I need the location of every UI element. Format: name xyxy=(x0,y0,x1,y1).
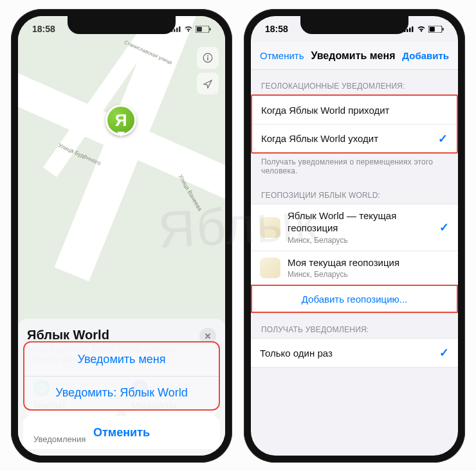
map-info-button[interactable] xyxy=(197,47,219,69)
settings-content[interactable]: ГЕОЛОКАЦИОННЫЕ УВЕДОМЛЕНИЯ: Когда Яблык … xyxy=(251,70,458,456)
cancel-button[interactable]: Отменить xyxy=(23,416,220,449)
svg-rect-14 xyxy=(407,29,408,32)
close-icon xyxy=(205,333,211,339)
map-locate-button[interactable] xyxy=(197,73,219,94)
row-label: Когда Яблык World приходит xyxy=(261,105,389,116)
sheet-title: Яблык World xyxy=(27,328,216,342)
frequency-list: Только один раз ✓ xyxy=(251,338,458,368)
svg-rect-6 xyxy=(210,28,211,30)
action-sheet: Уведомить меня Уведомить: Яблык World Ув… xyxy=(23,341,220,449)
row-location-other[interactable]: Яблык World — текущая геопозиция Минск, … xyxy=(251,204,458,251)
wifi-icon xyxy=(184,26,193,32)
notch xyxy=(300,16,408,34)
section-header: ГЕОПОЗИЦИИ ЯБЛЫК WORLD: xyxy=(251,179,458,204)
checkmark-icon: ✓ xyxy=(439,220,449,235)
svg-rect-16 xyxy=(412,26,414,32)
checkmark-icon: ✓ xyxy=(439,346,449,360)
svg-rect-1 xyxy=(174,29,176,32)
wifi-icon xyxy=(417,26,426,32)
battery-icon xyxy=(428,26,444,33)
section-header: ПОЛУЧАТЬ УВЕДОМЛЕНИЯ: xyxy=(251,314,458,338)
svg-rect-2 xyxy=(176,28,178,32)
svg-rect-18 xyxy=(430,26,435,31)
battery-icon xyxy=(196,26,211,33)
status-time: 18:58 xyxy=(265,24,288,34)
location-arrow-icon xyxy=(203,78,213,89)
section-footer: Получать уведомления о перемещениях этог… xyxy=(251,154,458,179)
when-list: Когда Яблык World приходит Когда Яблык W… xyxy=(251,94,458,154)
add-location-button[interactable]: Добавить геопозицию... xyxy=(251,285,458,313)
row-location-mine[interactable]: Моя текущая геопозиция Минск, Беларусь xyxy=(251,251,458,285)
row-when-leaves[interactable]: Когда Яблык World уходит ✓ xyxy=(252,124,457,152)
svg-rect-3 xyxy=(179,26,181,32)
status-time: 18:58 xyxy=(32,24,55,34)
nav-bar: Отменить Уведомить меня Добавить xyxy=(251,42,458,70)
row-label: Яблык World — текущая геопозиция xyxy=(288,210,439,235)
row-label: Моя текущая геопозиция xyxy=(288,257,449,269)
locations-list: Яблык World — текущая геопозиция Минск, … xyxy=(251,204,458,314)
nav-add-button[interactable]: Добавить xyxy=(402,50,449,61)
svg-rect-5 xyxy=(197,26,202,31)
notifications-label-peek: Уведомления xyxy=(33,434,86,444)
checkmark-icon: ✓ xyxy=(438,132,448,146)
svg-rect-19 xyxy=(443,28,444,30)
row-sublabel: Минск, Беларусь xyxy=(288,270,449,279)
row-sublabel: Минск, Беларусь xyxy=(288,236,439,245)
notify-me-button[interactable]: Уведомить меня xyxy=(24,342,219,376)
notch xyxy=(68,16,176,34)
row-label: Только один раз xyxy=(260,348,333,359)
svg-rect-9 xyxy=(207,57,208,60)
phone-right: 18:58 Отменить Уведомить меня Добавить Г… xyxy=(244,9,465,463)
location-thumb-icon xyxy=(260,258,280,278)
row-when-arrives[interactable]: Когда Яблык World приходит xyxy=(252,96,457,124)
notify-other-button[interactable]: Уведомить: Яблык World xyxy=(24,376,219,409)
svg-rect-15 xyxy=(409,28,411,32)
row-only-once[interactable]: Только один раз ✓ xyxy=(251,339,458,367)
info-icon xyxy=(203,53,213,63)
nav-cancel-button[interactable]: Отменить xyxy=(260,50,304,61)
svg-point-8 xyxy=(207,55,208,57)
section-header: ГЕОЛОКАЦИОННЫЕ УВЕДОМЛЕНИЯ: xyxy=(251,70,458,94)
location-pin[interactable]: Я xyxy=(105,105,136,136)
row-label: Когда Яблык World уходит xyxy=(261,133,378,144)
location-thumb-icon xyxy=(260,217,280,238)
nav-title: Уведомить меня xyxy=(311,50,395,62)
phone-left: 18:58 Улица Будённого Станиславская улиц… xyxy=(11,9,232,463)
pin-letter: Я xyxy=(115,111,127,130)
